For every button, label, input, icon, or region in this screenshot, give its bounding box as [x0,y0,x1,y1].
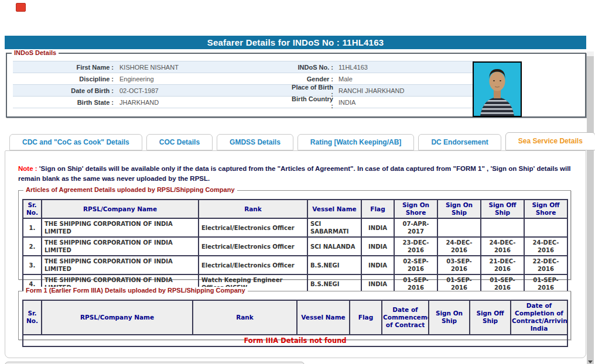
column-header: Sign On Ship [429,300,470,335]
column-header: Vessel Name [307,200,361,218]
table-cell [437,218,481,237]
column-header: Rank [193,300,297,335]
field-value: 02-OCT-1987 [114,87,289,94]
field-label: Birth Country : [289,95,333,109]
table-row: 3.THE SHIPPING CORPORATION OF INDIA LIMI… [23,256,567,274]
form1-empty-row: Form IIIA Details not found [23,335,567,347]
table-cell: 24-DEC-2016 [437,237,481,256]
column-header: RPSL/Company Name [42,300,193,335]
page-title: Seafarer Details for INDoS No : 11HL4163 [5,36,586,49]
table-cell: THE SHIPPING CORPORATION OF INDIA LIMITE… [42,218,199,237]
info-row: Birth State :JHARKHANDBirth Country :IND… [13,97,474,108]
column-header: RPSL/Company Name [42,200,199,218]
column-header: Sign Off Shore [524,200,567,218]
field-label: First Name : [13,64,114,71]
field-value: KISHORE NISHANT [114,64,289,71]
table-cell: 21-DEC-2016 [481,256,524,274]
column-header: Sign Off Ship [481,200,524,218]
table-cell: 02-SEP-2016 [394,256,437,274]
field-label: Gender : [289,75,333,83]
form1-empty-message: Form IIIA Details not found [23,335,567,347]
portrait-graphic [474,63,521,116]
tab-gmdss-details[interactable]: GMDSS Details [217,134,293,150]
table-cell [481,218,524,237]
articles-of-agreement-fieldset: Articles of Agreement Details uploaded b… [18,190,571,280]
table-cell: 24-DEC-2016 [524,237,567,256]
table-cell: 24-DEC-2016 [481,237,524,256]
field-value: Male [333,75,474,83]
tab-rating-watch-keeping-ab[interactable]: Rating [Watch Keeping/AB] [298,134,415,150]
table-cell: INDIA [361,218,394,237]
next-section-edge [5,362,305,364]
field-value: Engineering [114,75,289,83]
articles-of-agreement-legend: Articles of Agreement Details uploaded b… [23,186,237,193]
vertical-scrollbar[interactable] [587,51,594,364]
form1-header-row: Sr. No.RPSL/Company NameRankVessel NameF… [23,300,567,335]
column-header: Rank [199,200,307,218]
field-label: Discipline : [13,75,114,83]
scrollbar-track-cap [587,51,594,56]
field-value: JHARKHAND [114,99,289,106]
column-header: Flag [361,200,394,218]
form1-legend: Form 1 (Earlier Form IIIA) Details uploa… [23,287,248,294]
column-header: Flag [350,300,382,335]
column-header: Sign Off Ship [470,300,511,335]
column-header: Sign On Shore [394,200,437,218]
table-cell: SCI NALANDA [307,237,361,256]
field-label: Birth State : [13,99,114,106]
column-header: Sr. No. [23,200,42,218]
table-cell: 2. [23,237,42,256]
table-cell: 23-DEC-2016 [394,237,437,256]
aoa-header-row: Sr. No.RPSL/Company NameRankVessel NameF… [23,200,567,218]
form1-fieldset: Form 1 (Earlier Form IIIA) Details uploa… [18,291,571,340]
column-header: Sign On Ship [437,200,481,218]
info-row: Date of Birth :02-OCT-1987Place of Birth… [13,85,474,97]
table-cell: INDIA [361,256,394,274]
table-cell: 22-DEC-2016 [524,256,567,274]
column-header: Vessel Name [297,300,350,335]
table-cell: 03-SEP-2016 [437,256,481,274]
field-value: RANCHI JHARKHAND [333,87,474,94]
field-value: INDIA [333,99,474,106]
indos-rows: First Name :KISHORE NISHANTINDoS No. :11… [13,61,474,108]
indos-details-legend: INDoS Details [12,49,59,56]
table-cell: B.S.NEGI [307,256,361,274]
tab-coc-details[interactable]: COC Details [146,134,213,150]
seafarer-details-page: Seafarer Details for INDoS No : 11HL4163… [0,0,595,364]
column-header: Sr. No. [23,300,42,335]
note-text: Note : 'Sign on Ship' details will be av… [18,164,579,184]
form1-table: Sr. No.RPSL/Company NameRankVessel NameF… [22,300,568,347]
column-header: Date of Completion of Contract/Arriving … [511,300,567,335]
sea-service-panel: Note : 'Sign on Ship' details will be av… [5,150,586,358]
field-label: INDoS No. : [289,64,333,71]
table-cell: SCI SABARMATI [307,218,361,237]
table-cell: THE SHIPPING CORPORATION OF INDIA LIMITE… [42,237,199,256]
table-cell: 3. [23,256,42,274]
info-row: First Name :KISHORE NISHANTINDoS No. :11… [13,61,474,73]
tab-sea-service-details[interactable]: Sea Service Details [505,132,595,150]
tab-dc-endorsement[interactable]: DC Endorsement [418,134,501,150]
note-body: 'Sign on Ship' details will be available… [18,165,571,182]
broken-image-icon [16,3,26,12]
tab-cdc-and-coc-as-cook-details[interactable]: CDC and "CoC as Cook" Details [9,134,142,150]
table-row: 1.THE SHIPPING CORPORATION OF INDIA LIMI… [23,218,567,237]
table-cell: 1. [23,218,42,237]
table-row: 2.THE SHIPPING CORPORATION OF INDIA LIMI… [23,237,567,256]
table-cell: THE SHIPPING CORPORATION OF INDIA LIMITE… [42,256,199,274]
note-label: Note : [18,165,37,172]
field-value: 11HL4163 [333,64,474,71]
field-label: Date of Birth : [13,87,114,94]
table-cell: INDIA [361,237,394,256]
table-cell [524,218,567,237]
seafarer-photo [473,61,522,117]
table-cell: Electrical/Electronics Officer [199,218,307,237]
indos-details-fieldset: INDoS Details First Name :KISHORE NISHAN… [6,53,586,118]
table-cell: Electrical/Electronics Officer [199,237,307,256]
scrollbar-down-arrow-icon[interactable] [588,360,593,363]
tab-bar: CDC and "CoC as Cook" DetailsCOC Details… [9,132,595,150]
table-cell: 07-APR-2017 [394,218,437,237]
table-cell: Electrical/Electronics Officer [199,256,307,274]
info-row: Discipline :EngineeringGender :Male [13,73,474,85]
column-header: Date of Commencement of Contract [382,300,429,335]
